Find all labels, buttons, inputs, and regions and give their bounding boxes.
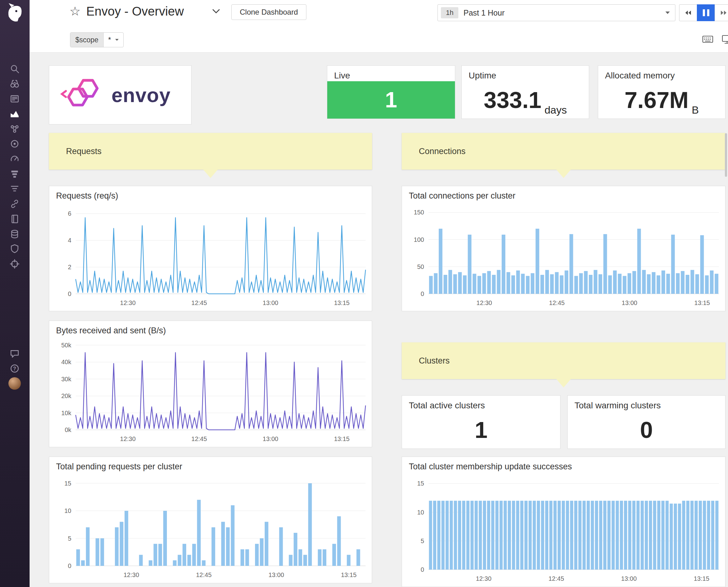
live-value-block: 1 [327,81,455,119]
sidebar: ? [0,0,29,587]
svg-text:12:30: 12:30 [476,299,492,306]
svg-text:10k: 10k [61,409,72,417]
svg-text:12:45: 12:45 [549,299,565,306]
scope-caret-down-icon [115,39,119,41]
pipelines-icon[interactable] [10,184,20,194]
active-clusters-title: Total active clusters [402,396,560,410]
bytes-chart-card: Bytes received and sent (B/s) 0k10k20k30… [49,321,372,447]
user-avatar[interactable] [8,377,21,390]
svg-text:12:45: 12:45 [548,575,564,582]
uptime-unit: days [545,104,567,119]
allocated-memory-title: Allocated memory [598,66,725,80]
note-clusters-tail [556,379,571,388]
scrollbar-thumb[interactable] [725,133,727,177]
gauge-icon[interactable] [10,154,20,164]
note-requests: Requests [49,133,372,170]
note-clusters: Clusters [402,343,726,379]
connections-chart-card: Total connections per cluster 0501001501… [402,186,726,311]
svg-text:13:00: 13:00 [263,299,278,306]
svg-text:0: 0 [421,290,424,297]
svg-text:?: ? [13,366,16,371]
search-icon[interactable] [10,64,20,74]
membership-chart-plot[interactable]: 05101512:3012:4513:0013:15 [402,474,725,587]
warming-clusters-value: 0 [640,419,653,442]
svg-text:0: 0 [421,566,424,573]
svg-text:13:15: 13:15 [334,299,350,306]
bytes-chart-plot[interactable]: 0k10k20k30k40k50k12:3012:4513:0013:15 [49,338,372,447]
membership-chart-card: Total cluster membership update successe… [402,456,726,587]
header-bar: ☆ Envoy - Overview Clone Dashboard 1h Pa… [29,0,728,53]
svg-text:12:45: 12:45 [196,571,211,578]
time-range-label: Past 1 Hour [463,8,665,18]
active-clusters-card: Total active clusters 1 [402,395,561,449]
svg-text:12:30: 12:30 [123,571,139,578]
connections-chart-plot[interactable]: 05010015012:3012:4513:0013:15 [402,203,725,311]
uptime-title: Uptime [462,66,589,80]
dashboard-page: ? ☆ Envoy - Overview Clone Dashboard 1h … [0,0,728,587]
uptime-card: Uptime 333.1 days [461,65,589,119]
clone-dashboard-button[interactable]: Clone Dashboard [231,4,306,20]
template-variable-scope[interactable]: $scope * [70,32,123,47]
live-card: Live 1 [327,65,455,119]
envoy-logo-icon [59,75,105,115]
integrations-icon[interactable] [10,199,20,209]
svg-text:13:00: 13:00 [263,436,278,442]
time-range-select[interactable]: 1h Past 1 Hour [437,4,675,21]
allocated-memory-card: Allocated memory 7.67M B [598,65,726,119]
requests-chart-card: Requests (req/s) 024612:3012:4513:0013:1… [49,186,372,311]
requests-chart-plot[interactable]: 024612:3012:4513:0013:15 [49,203,372,311]
svg-text:13:00: 13:00 [621,575,637,582]
live-value: 1 [385,89,397,111]
notebooks-icon[interactable] [10,214,20,224]
svg-text:13:15: 13:15 [695,299,710,306]
rewind-button[interactable] [679,4,697,21]
time-caret-down-icon [665,10,670,16]
title-caret-down-icon[interactable] [212,9,220,15]
datadog-logo-icon[interactable] [4,2,25,24]
events-icon[interactable] [10,94,20,104]
synthetics-icon[interactable] [10,259,20,269]
svg-text:100: 100 [414,236,424,243]
keyboard-shortcuts-icon[interactable] [702,33,713,45]
host-map-icon[interactable] [10,124,20,134]
svg-text:0: 0 [68,562,71,569]
scope-current-value: * [108,36,111,44]
svg-text:15: 15 [417,480,424,487]
present-mode-icon[interactable] [722,33,728,45]
warming-clusters-card: Total warming clusters 0 [567,395,726,449]
svg-text:50: 50 [417,263,424,270]
note-connections-tail [556,169,571,178]
pause-button[interactable] [697,4,715,21]
fast-forward-button[interactable] [714,4,728,21]
svg-text:12:45: 12:45 [191,299,207,306]
svg-text:13:15: 13:15 [334,436,350,442]
security-shield-icon[interactable] [10,244,20,254]
active-clusters-value: 1 [475,419,487,442]
pending-requests-chart-plot[interactable]: 05101512:3012:4513:0013:15 [49,474,372,583]
chat-icon[interactable] [10,349,20,358]
svg-text:5: 5 [421,538,424,544]
svg-text:20k: 20k [61,393,72,399]
membership-chart-title: Total cluster membership update successe… [402,457,725,472]
monitors-icon[interactable] [10,139,20,149]
svg-text:6: 6 [68,210,71,217]
note-clusters-text: Clusters [419,343,450,379]
logs-icon[interactable] [10,229,20,239]
metrics-icon-active[interactable] [10,109,20,119]
apm-icon[interactable] [10,169,20,179]
svg-text:40k: 40k [61,358,72,366]
svg-text:10: 10 [417,509,424,516]
page-title: Envoy - Overview [86,2,184,20]
svg-text:0k: 0k [65,426,72,433]
svg-text:12:45: 12:45 [191,436,207,442]
svg-text:13:00: 13:00 [622,299,637,306]
binoculars-icon[interactable] [10,79,20,89]
scope-value-select[interactable]: * [104,33,123,47]
svg-text:150: 150 [414,209,424,216]
note-requests-text: Requests [66,133,101,170]
help-icon[interactable]: ? [10,363,20,374]
favorite-star-icon[interactable]: ☆ [69,4,81,19]
scope-label: $scope [70,33,104,47]
time-preset-chip[interactable]: 1h [441,7,458,18]
svg-text:30k: 30k [61,376,72,382]
